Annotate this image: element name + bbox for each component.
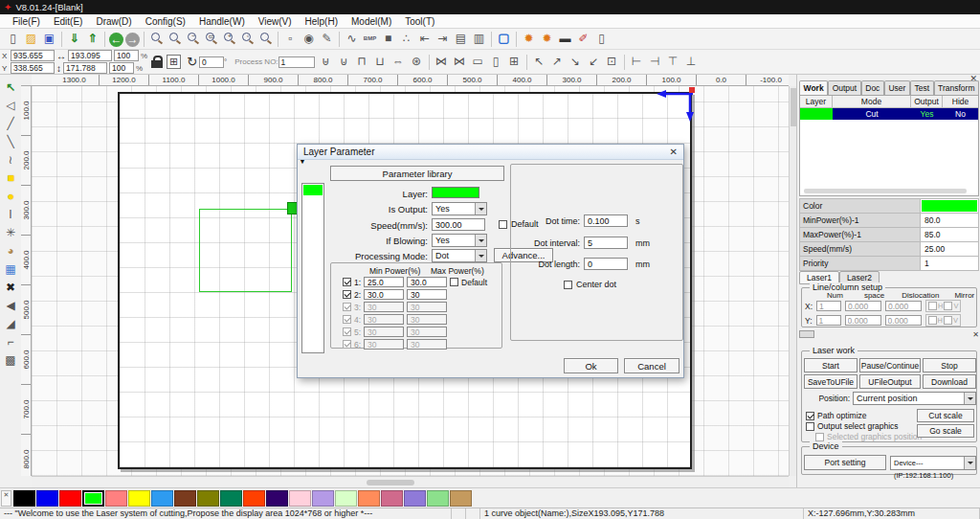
group-icon[interactable]: ⇔ [390, 54, 407, 70]
redo-icon[interactable]: → [125, 33, 140, 47]
zoom-out-icon[interactable]: − [185, 31, 201, 47]
palette-swatch[interactable] [128, 490, 150, 507]
align-hbottom-icon[interactable]: ⊥ [683, 54, 700, 70]
dot-mode-icon[interactable]: ◉ [301, 31, 317, 47]
close-icon[interactable]: ✕ [670, 147, 678, 157]
toolbar-separator[interactable] [144, 32, 145, 47]
zoom-window-icon[interactable] [148, 31, 165, 47]
checkbox-icon[interactable] [564, 281, 572, 289]
y-dislocation-input[interactable] [885, 315, 922, 326]
checkbox-icon[interactable] [944, 302, 952, 310]
palette-swatch[interactable] [289, 490, 311, 507]
min-power-input-1[interactable] [364, 277, 404, 287]
align-left-icon[interactable]: ⊢ [629, 54, 645, 70]
tab-work[interactable]: Work [799, 80, 828, 95]
bmp-icon[interactable]: BMP [362, 31, 378, 47]
palette-swatch[interactable] [404, 490, 426, 507]
fill-square-icon[interactable]: ■ [380, 31, 396, 47]
text-tool-icon[interactable]: I [1, 206, 20, 224]
weld-union-icon[interactable]: ⊎ [318, 54, 334, 70]
layer-color-swatch[interactable] [432, 187, 479, 198]
prop-row-color[interactable]: Color [800, 199, 978, 214]
select-tool-icon[interactable]: ↖ [1, 79, 20, 97]
rectangle-tool-icon[interactable]: ■ [1, 169, 20, 188]
same-width-icon[interactable]: ▭ [470, 54, 486, 70]
prop-row-priority[interactable]: Priority 1 [800, 257, 978, 271]
dock-grip[interactable] [799, 330, 814, 338]
align-bottom-right-icon[interactable]: ↘ [568, 54, 584, 70]
layer-color-cell[interactable] [800, 108, 833, 120]
palette-swatch[interactable] [174, 490, 196, 507]
y-position-field[interactable]: 338.565 mm [11, 62, 55, 74]
y-space-input[interactable] [845, 315, 881, 326]
process-no-field[interactable]: 1 [278, 56, 315, 68]
weld-subtract-icon[interactable]: ⊍ [336, 54, 352, 70]
cut-scale-button[interactable]: Cut scale [917, 409, 974, 422]
checkbox-icon[interactable] [499, 220, 507, 229]
align-bottom-left-icon[interactable]: ↙ [586, 54, 602, 70]
printer-icon[interactable]: ▤ [453, 31, 469, 47]
cancel-button[interactable]: Cancel [624, 358, 679, 373]
menu-edit[interactable]: Edit(E) [47, 16, 90, 27]
position-select[interactable]: Current position [853, 392, 976, 405]
tab-test[interactable]: Test [910, 80, 934, 95]
checkbox-icon[interactable] [928, 316, 937, 325]
ufile-output-button[interactable]: UFileOutput [859, 374, 921, 389]
v-weld-icon[interactable]: ⋈ [452, 54, 468, 70]
palette-swatch[interactable] [82, 490, 104, 507]
if-blowing-select[interactable]: Yes [432, 234, 487, 247]
x-space-input[interactable] [845, 301, 881, 311]
laser-pen-icon[interactable]: ✐ [575, 31, 591, 47]
image-tool-icon[interactable]: ◕ [1, 242, 20, 260]
output-cell[interactable]: Yes [911, 108, 943, 120]
toolbar-separator[interactable] [624, 55, 625, 70]
start-button[interactable]: Start [804, 358, 858, 372]
laser-mark-icon[interactable]: ✹ [521, 31, 537, 47]
checkbox-icon[interactable] [806, 412, 814, 420]
menu-draw[interactable]: Draw(D) [89, 16, 138, 27]
zoom-select-icon[interactable] [257, 31, 274, 47]
parameter-library-button[interactable]: Parameter library [330, 166, 504, 181]
checkbox-icon[interactable] [343, 290, 351, 299]
palette-swatch[interactable] [13, 490, 35, 507]
toolbar-separator[interactable] [104, 32, 105, 47]
layer-table-row[interactable]: Cut Yes No [800, 108, 978, 120]
palette-swatch[interactable] [427, 490, 449, 507]
mirror-h-tool-icon[interactable]: ◀ [1, 297, 20, 315]
menu-tool[interactable]: Tool(T) [398, 16, 441, 27]
horizontal-scrollbar[interactable] [32, 476, 789, 487]
delete-tool-icon[interactable]: ✖ [1, 279, 20, 297]
min-power-input-2[interactable] [364, 289, 404, 300]
array-tool-icon[interactable]: ▩ [1, 351, 20, 370]
palette-swatch[interactable] [59, 490, 81, 507]
port-setting-button[interactable]: Port setting [804, 455, 886, 470]
color-swatch[interactable] [922, 200, 977, 212]
prop-row-maxpower[interactable]: MaxPower(%)-1 85.0 [800, 228, 978, 242]
layer-list-item-green[interactable] [303, 185, 323, 195]
width-field[interactable]: 193.095 mm [68, 50, 112, 61]
node-edit-tool-icon[interactable]: ◁ [1, 97, 20, 115]
ruler-icon[interactable]: ▯ [593, 31, 610, 47]
open-folder-icon[interactable]: ▨ [23, 31, 39, 47]
toolbar-separator[interactable] [526, 55, 527, 70]
same-height-icon[interactable]: ▯ [488, 54, 504, 70]
monitor-icon[interactable]: ▢ [496, 31, 512, 47]
import-icon[interactable]: ⇓ [66, 31, 82, 47]
drawn-rectangle[interactable] [199, 209, 292, 292]
doc-list-icon[interactable]: ▥ [471, 31, 487, 47]
mirror-v-tool-icon[interactable]: ◢ [1, 315, 20, 333]
x-dislocation-input[interactable] [885, 301, 922, 311]
tab-transform[interactable]: Transform [934, 80, 979, 95]
palette-swatch[interactable] [358, 490, 380, 507]
zoom-all-icon[interactable]: ◦ [239, 31, 256, 47]
save-to-ufile-button[interactable]: SaveToUFile [804, 374, 858, 389]
weld-intersect-icon[interactable]: ⊓ [354, 54, 370, 70]
dock-close-icon[interactable]: ✕ [972, 330, 979, 339]
grid-tool-icon[interactable]: ▦ [1, 260, 20, 279]
align-top-left-icon[interactable]: ↖ [531, 54, 547, 70]
palette-swatch[interactable] [220, 490, 242, 507]
palette-swatch[interactable] [335, 490, 357, 507]
toolbar-separator[interactable] [429, 55, 430, 70]
curve-icon[interactable]: ∿ [344, 31, 360, 47]
device-select[interactable]: Device---(IP:192.168.1.100) [890, 456, 976, 470]
